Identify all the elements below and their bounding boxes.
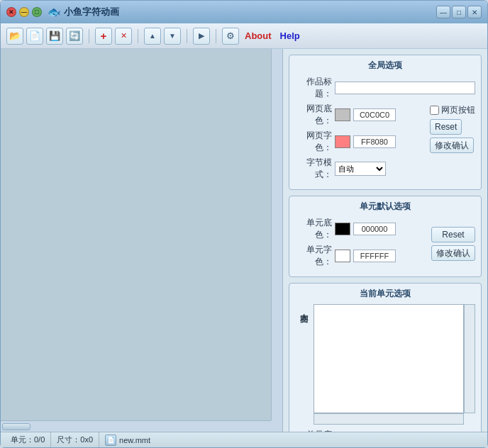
maximize-window-icon[interactable]: □	[32, 7, 42, 17]
text-color-row: 网页字色：	[295, 130, 424, 154]
text-color-preview[interactable]	[335, 135, 350, 148]
canvas-area	[1, 49, 283, 432]
work-title-row: 作品标题：	[295, 76, 475, 100]
work-title-input[interactable]	[335, 82, 475, 94]
sep3	[187, 29, 187, 43]
current-unit-title: 当前单元选项	[295, 288, 475, 300]
unit-status: 单元：0/0	[5, 432, 51, 447]
char-mode-row: 字节模式： 自动 单字节 双字节	[295, 157, 424, 181]
sep4	[216, 29, 216, 43]
about-link[interactable]: About	[242, 29, 274, 43]
main-window: ✕ — □ 🐟 小鱼字符动画 — □ ✕ 📂 📄 💾 🔄 + ✕ ▲ ▼ ▶ ⚙…	[0, 0, 488, 448]
unit-defaults-section: 单元默认选项 单元底色： 单元字色：	[289, 196, 482, 277]
work-title-label: 作品标题：	[295, 76, 332, 100]
app-icon: 🐟	[48, 6, 61, 18]
unit-defaults-title: 单元默认选项	[295, 201, 475, 213]
sep2	[138, 29, 138, 43]
main-area: 全局选项 作品标题： 网页底色：	[1, 49, 487, 432]
text-color-label: 网页字色：	[295, 130, 332, 154]
bg-color-preview[interactable]	[335, 108, 350, 121]
maximize-btn[interactable]: □	[452, 6, 466, 18]
h-scrollbar-thumb[interactable]	[2, 423, 30, 430]
webpage-btn-row: 网页按钮	[430, 104, 475, 116]
text-area-scrollbar-v[interactable]	[464, 304, 475, 413]
down-btn[interactable]: ▼	[164, 28, 181, 45]
global-confirm-btn[interactable]: 修改确认	[430, 138, 474, 153]
add-btn[interactable]: +	[95, 28, 112, 45]
title-controls: — □ ✕	[436, 6, 482, 18]
size-label: 尺寸：0x0	[57, 435, 93, 445]
file-icon: 📄	[105, 435, 116, 446]
minimize-btn[interactable]: —	[436, 6, 450, 18]
right-panel: 全局选项 作品标题： 网页底色：	[283, 49, 487, 432]
settings-btn[interactable]: ⚙	[222, 28, 239, 45]
open-folder-btn[interactable]: 📂	[6, 28, 23, 45]
unit-bg-color-label: 单元底色：	[295, 217, 332, 241]
char-mode-label: 字节模式：	[295, 157, 332, 181]
help-link[interactable]: Help	[277, 29, 303, 43]
unit-label: 单元：0/0	[11, 435, 45, 445]
sep1	[89, 29, 89, 43]
status-bar: 单元：0/0 尺寸：0x0 📄 new.mmt	[1, 432, 487, 447]
delete-btn[interactable]: ✕	[115, 28, 132, 45]
text-area-scrollbar-h[interactable]	[314, 413, 464, 425]
unit-bg-color-preview[interactable]	[335, 223, 350, 235]
unit-bg-color-hex-input[interactable]	[353, 223, 396, 235]
new-file-btn[interactable]: 📄	[26, 28, 43, 45]
save-btn[interactable]: 💾	[46, 28, 63, 45]
current-unit-section: 当前单元选项 文本内容 单元底色：	[289, 283, 482, 432]
global-options-title: 全局选项	[295, 60, 475, 72]
unit-text-color-label: 单元字色：	[295, 244, 332, 268]
text-content-label: 文本内容	[295, 304, 314, 425]
canvas-scrollbar-h[interactable]	[1, 420, 271, 432]
webpage-btn-checkbox[interactable]	[430, 106, 439, 115]
unit-text-color-row: 单元字色：	[295, 244, 426, 268]
bg-color-hex-input[interactable]	[353, 108, 396, 121]
close-window-icon[interactable]: ✕	[6, 7, 16, 17]
app-title: 小鱼字符动画	[64, 6, 119, 18]
play-btn[interactable]: ▶	[193, 28, 210, 45]
canvas-inner[interactable]	[1, 49, 271, 420]
refresh-btn[interactable]: 🔄	[66, 28, 83, 45]
size-status: 尺寸：0x0	[51, 432, 99, 447]
file-name: new.mmt	[119, 436, 150, 444]
close-btn[interactable]: ✕	[467, 6, 482, 18]
up-btn[interactable]: ▲	[144, 28, 161, 45]
webpage-btn-label: 网页按钮	[441, 104, 475, 116]
unit-confirm-btn[interactable]: 修改确认	[431, 245, 475, 261]
global-options-section: 全局选项 作品标题： 网页底色：	[289, 55, 482, 190]
text-area-inner[interactable]	[314, 304, 464, 413]
title-bar: ✕ — □ 🐟 小鱼字符动画 — □ ✕	[1, 1, 487, 23]
unit-text-color-preview[interactable]	[335, 250, 350, 262]
bg-color-row: 网页底色：	[295, 103, 424, 127]
title-bar-icons: ✕ — □	[6, 7, 42, 17]
char-mode-select[interactable]: 自动 单字节 双字节	[335, 162, 386, 176]
global-reset-btn[interactable]: Reset	[430, 119, 462, 135]
unit-bg-color-row: 单元底色：	[295, 217, 426, 241]
unit-reset-btn[interactable]: Reset	[431, 227, 475, 242]
file-status: 📄 new.mmt	[99, 432, 156, 447]
bg-color-label: 网页底色：	[295, 103, 332, 127]
canvas-scrollbar-v[interactable]	[271, 49, 282, 420]
unit-text-color-hex-input[interactable]	[353, 250, 396, 262]
minimize-window-icon[interactable]: —	[19, 7, 29, 17]
text-content-area	[314, 304, 475, 425]
toolbar: 📂 📄 💾 🔄 + ✕ ▲ ▼ ▶ ⚙ About Help	[1, 23, 487, 49]
text-color-hex-input[interactable]	[353, 135, 396, 148]
